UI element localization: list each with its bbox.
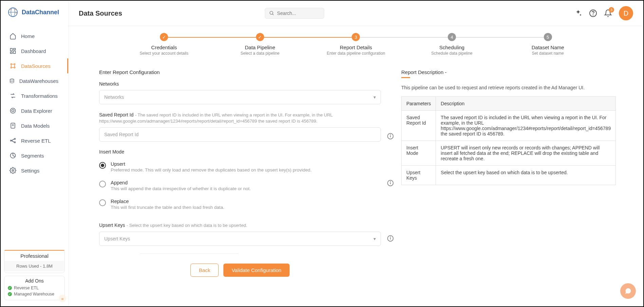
- globe-icon: [7, 7, 18, 18]
- sidebar-item-label: Home: [21, 33, 35, 39]
- database-icon: [10, 77, 15, 84]
- info-icon[interactable]: [387, 180, 394, 186]
- svg-point-16: [12, 110, 14, 112]
- addons-title: Add Ons: [8, 278, 61, 285]
- logo[interactable]: DataChannel: [1, 1, 68, 24]
- sidebar-item-home[interactable]: Home: [1, 29, 68, 43]
- sidebar: DataChannel Home Dashboard DataSources D…: [1, 1, 69, 306]
- sidebar-item-label: Data Models: [21, 123, 50, 129]
- sidebar-item-label: DataWarehouses: [19, 78, 58, 84]
- sidebar-item-label: Reverse ETL: [21, 138, 51, 144]
- collapse-sidebar-button[interactable]: «: [59, 295, 66, 302]
- radio-upsert[interactable]: Upsert Preferred mode. This will only lo…: [99, 159, 381, 177]
- networks-select[interactable]: Networks ▾: [99, 90, 381, 104]
- upsert-keys-field: Upsert Keys - Select the upsert key base…: [99, 222, 381, 246]
- chat-icon: [624, 287, 632, 295]
- dashboard-icon: [10, 48, 16, 54]
- svg-rect-6: [11, 49, 13, 51]
- description-panel: Report Description - This pipeline can b…: [401, 69, 616, 277]
- svg-point-13: [14, 67, 15, 68]
- chat-fab[interactable]: [620, 283, 636, 299]
- svg-rect-9: [11, 52, 13, 53]
- svg-point-20: [11, 140, 12, 141]
- upsert-keys-hint: - Select the upsert key based on which d…: [127, 223, 247, 228]
- svg-point-3: [10, 9, 11, 10]
- sidebar-item-datawarehouses[interactable]: DataWarehouses: [1, 73, 68, 88]
- sidebar-item-reverseetl[interactable]: Reverse ETL: [1, 133, 68, 148]
- svg-point-10: [11, 64, 12, 65]
- table-header: Parameters: [402, 97, 436, 111]
- networks-field: Networks Networks ▾: [99, 81, 381, 104]
- description-table: Parameters Description Saved Report IdTh…: [401, 96, 616, 185]
- radio-icon: [99, 162, 106, 169]
- svg-point-24: [12, 170, 14, 171]
- svg-point-15: [11, 108, 16, 113]
- chevron-down-icon: ▾: [373, 94, 376, 100]
- radio-append[interactable]: Append This will append the data irrespe…: [99, 177, 381, 196]
- saved-report-input[interactable]: [99, 127, 381, 142]
- radio-replace[interactable]: Replace This will first truncate the tab…: [99, 196, 381, 215]
- svg-point-12: [11, 67, 12, 68]
- svg-point-5: [16, 13, 17, 14]
- stepper: ✓ Credentials Select your account detail…: [69, 26, 643, 59]
- search-icon: [269, 10, 274, 16]
- help-icon[interactable]: [589, 9, 597, 17]
- sidebar-item-label: Segments: [21, 153, 44, 159]
- form-heading: Enter Report Configuration: [99, 69, 381, 75]
- back-button[interactable]: Back: [190, 264, 219, 277]
- sidebar-item-dashboard[interactable]: Dashboard: [1, 43, 68, 58]
- chevron-down-icon: ▾: [373, 236, 376, 241]
- radio-icon: [99, 181, 106, 187]
- table-row: Saved Report IdThe saved report ID is in…: [402, 111, 616, 141]
- search-input[interactable]: [277, 11, 320, 16]
- addons-card: Add Ons Reverse ETL Managed Warehouse: [4, 276, 65, 300]
- svg-rect-7: [14, 49, 16, 50]
- plan-tier: Professional: [4, 253, 65, 261]
- plan-card: Professional Rows Used - 1.8M: [4, 250, 65, 273]
- svg-point-11: [14, 64, 15, 65]
- notification-bell[interactable]: 3: [604, 9, 612, 17]
- step-datapipeline[interactable]: ✓ Data Pipeline Select a data pipeline: [212, 33, 308, 56]
- insert-mode-label: Insert Mode: [99, 149, 381, 155]
- radio-icon: [99, 199, 106, 206]
- sidebar-item-settings[interactable]: Settings: [1, 163, 68, 178]
- plan-rows: Rows Used - 1.8M: [4, 261, 65, 271]
- info-icon[interactable]: [387, 235, 394, 242]
- svg-point-28: [593, 15, 593, 15]
- sidebar-item-label: Dashboard: [21, 48, 46, 54]
- sidebar-item-datasources[interactable]: DataSources: [1, 58, 68, 73]
- form-left: Enter Report Configuration Networks Netw…: [99, 69, 381, 277]
- addon-item: Managed Warehouse: [8, 291, 61, 297]
- svg-line-26: [272, 14, 273, 15]
- svg-point-14: [10, 79, 14, 80]
- step-scheduling[interactable]: 4 Scheduling Schedule data pipeline: [404, 33, 500, 56]
- sidebar-item-dataexplorer[interactable]: Data Explorer: [1, 103, 68, 118]
- table-row: Upsert KeysSelect the upsert key based o…: [402, 166, 616, 185]
- avatar[interactable]: D: [619, 6, 633, 20]
- sidebar-item-label: Settings: [21, 168, 39, 174]
- explorer-icon: [10, 107, 16, 114]
- step-credentials[interactable]: ✓ Credentials Select your account detail…: [116, 33, 212, 56]
- saved-report-label: Saved Report Id: [99, 112, 133, 118]
- reverseetl-icon: [10, 137, 16, 144]
- step-datasetname[interactable]: 5 Dataset Name Set dataset name: [500, 33, 596, 56]
- sidebar-item-transformations[interactable]: Transformations: [1, 88, 68, 103]
- validate-button[interactable]: Validate Configuration: [223, 264, 289, 277]
- sidebar-item-segments[interactable]: Segments: [1, 148, 68, 163]
- transform-icon: [10, 92, 16, 99]
- page-title: Data Sources: [79, 10, 122, 17]
- svg-point-31: [390, 134, 391, 135]
- sparkle-icon[interactable]: [574, 9, 582, 17]
- info-icon[interactable]: [387, 133, 394, 140]
- sidebar-item-datamodels[interactable]: Data Models: [1, 118, 68, 133]
- addon-item: Reverse ETL: [8, 285, 61, 291]
- svg-point-25: [270, 11, 273, 14]
- search-input-wrapper[interactable]: [265, 8, 324, 19]
- step-reportdetails[interactable]: 3 Report Details Enter data pipeline con…: [308, 33, 404, 56]
- insert-mode-field: Insert Mode Upsert Preferred mode. This …: [99, 149, 381, 215]
- upsert-keys-select[interactable]: Upsert Keys ▾: [99, 232, 381, 246]
- table-row: Insert ModeUPSERT will insert only new r…: [402, 141, 616, 166]
- sidebar-item-label: Transformations: [21, 93, 58, 99]
- svg-point-37: [390, 237, 391, 237]
- svg-point-34: [390, 181, 391, 182]
